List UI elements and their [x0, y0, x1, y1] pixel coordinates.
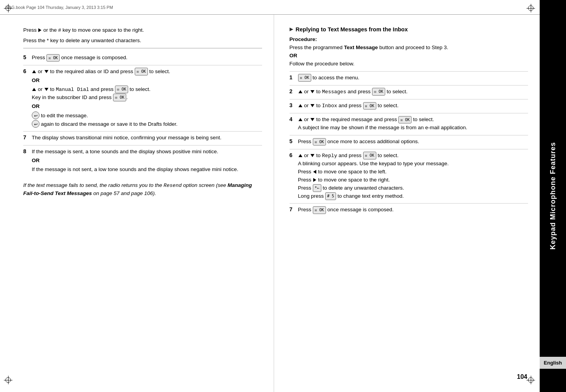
step-6: 6 or to the required alias or ID and pre… [23, 65, 262, 131]
inbox-text: Inbox [322, 103, 337, 109]
step-7: 7 The display shows transitional mini no… [23, 131, 262, 144]
heading-bullet-icon [290, 27, 293, 31]
step-5: 5 Press ☒ OK once message is composed. [23, 51, 262, 64]
right-step-4: 4 or to the required message and press ☒… [290, 113, 528, 134]
right-step-6-num: 6 [290, 152, 298, 158]
english-label: English [544, 360, 562, 366]
right-column: Replying to Text Messages from the Inbox… [274, 15, 540, 392]
right-step-5-content: Press ☒ OK once more to access additiona… [298, 138, 528, 146]
right-step-1-content: ☒ OK to access the menu. [298, 74, 528, 82]
or-label-6a: OR [32, 77, 262, 85]
right-step-2-num: 2 [290, 88, 298, 94]
ok-btn-step5: ☒ OK [46, 54, 60, 62]
ok-btn-r7: ☒ OK [313, 206, 326, 214]
arrow-up-icon-6b [32, 88, 36, 91]
text-message-bold: Text Message [344, 45, 378, 50]
back-btn-discard: ↩ [32, 120, 39, 128]
arrow-down-r4 [310, 118, 314, 121]
or-label-6b: OR [32, 103, 262, 111]
ok-btn-r1: ☒ OK [298, 74, 311, 82]
step-7-content: The display shows transitional mini noti… [32, 134, 262, 142]
italic-note: If the text message fails to send, the r… [23, 181, 262, 198]
hash-btn-r6: # 5 [325, 192, 336, 200]
right-step-4-content: or to the required message and press ☒ O… [298, 116, 528, 132]
ok-btn-6c: ☒ OK [113, 94, 126, 101]
intro-line-2: Press the * key to delete any unwanted c… [23, 37, 262, 45]
step-8-content: If the message is sent, a tone sounds an… [32, 148, 262, 174]
left-column: Press or the # key to move one space to … [0, 15, 274, 392]
right-step-7-content: Press ☒ OK once message is composed. [298, 206, 528, 214]
right-step-2-content: or to Messages and press ☒ OK to select. [298, 88, 528, 96]
main-content: Press or the # key to move one space to … [0, 15, 540, 392]
right-step-3: 3 or to Inbox and press ☒ OK to select. [290, 99, 528, 112]
right-step-3-num: 3 [290, 102, 298, 108]
right-step-2: 2 or to Messages and press ☒ OK to selec… [290, 85, 528, 98]
arrow-right-icon [38, 28, 41, 32]
right-sidebar: Keypad Microphone Features [540, 0, 566, 392]
ok-btn-6a: ☒ OK [135, 68, 148, 75]
arrow-down-r2 [310, 90, 314, 93]
arrow-up-r6 [298, 154, 302, 157]
star-btn-r6: *← [313, 184, 321, 192]
step-6-content: or to the required alias or ID and press… [32, 68, 262, 128]
right-step-1-num: 1 [290, 74, 298, 80]
arrow-up-r2 [298, 90, 302, 93]
right-step-3-content: or to Inbox and press ☒ OK to select. [298, 102, 528, 110]
arrow-left-r6 [313, 170, 316, 174]
or-label-8: OR [32, 157, 262, 165]
ok-btn-r3: ☒ OK [363, 102, 376, 110]
right-step-5-num: 5 [290, 138, 298, 144]
arrow-up-r3 [298, 104, 302, 107]
english-tab: English [540, 357, 566, 369]
header: NAG.book Page 104 Thursday, January 3, 2… [0, 0, 566, 15]
ok-btn-r4: ☒ OK [398, 116, 412, 124]
right-step-5: 5 Press ☒ OK once more to access additio… [290, 135, 528, 148]
ok-btn-6b: ☒ OK [115, 86, 128, 93]
step-5-content: Press ☒ OK once message is composed. [32, 54, 262, 62]
arrow-down-icon-6b [45, 88, 48, 91]
resend-text: Resend [163, 183, 182, 188]
header-text: NAG.book Page 104 Thursday, January 3, 2… [5, 5, 113, 10]
or-label-proc: OR [290, 53, 297, 58]
right-step-6-content: or to Reply and press ☒ OK to select. A … [298, 152, 528, 200]
step-8: 8 If the message is sent, a tone sounds … [23, 145, 262, 176]
right-step-6: 6 or to Reply and press ☒ OK to select. … [290, 149, 528, 203]
step-8-num: 8 [23, 148, 32, 154]
procedure-text: Press the programmed Text Message button… [290, 44, 528, 68]
arrow-right-r6 [313, 178, 316, 182]
ok-btn-r5: ☒ OK [313, 138, 326, 146]
right-step-7-num: 7 [290, 206, 298, 212]
section-heading: Replying to Text Messages from the Inbox [290, 26, 528, 33]
manual-dial-text: Manual Dial [56, 87, 89, 92]
right-step-4-num: 4 [290, 116, 298, 122]
arrow-down-r6 [310, 154, 314, 157]
back-btn-edit: ↩ [32, 111, 39, 119]
ok-btn-r6: ☒ OK [363, 152, 376, 159]
right-step-1: 1 ☒ OK to access the menu. [290, 71, 528, 84]
messages-text: Messages [322, 89, 346, 95]
right-step-7: 7 Press ☒ OK once message is composed. [290, 203, 528, 216]
arrow-up-r4 [298, 118, 302, 121]
sidebar-title: Keypad Microphone Features [549, 142, 557, 250]
arrow-up-icon-6a [32, 70, 36, 73]
step-5-num: 5 [23, 54, 32, 60]
step-6-num: 6 [23, 68, 32, 74]
procedure-label: Procedure: [290, 36, 528, 42]
arrow-down-icon-6a [45, 70, 48, 73]
ok-btn-r2: ☒ OK [372, 88, 385, 96]
divider-intro [23, 48, 262, 48]
intro-line-1: Press or the # key to move one space to … [23, 26, 262, 34]
reply-text: Reply [322, 153, 337, 159]
arrow-down-r3 [310, 104, 314, 107]
section-title: Replying to Text Messages from the Inbox [296, 26, 408, 33]
step-7-num: 7 [23, 134, 32, 140]
